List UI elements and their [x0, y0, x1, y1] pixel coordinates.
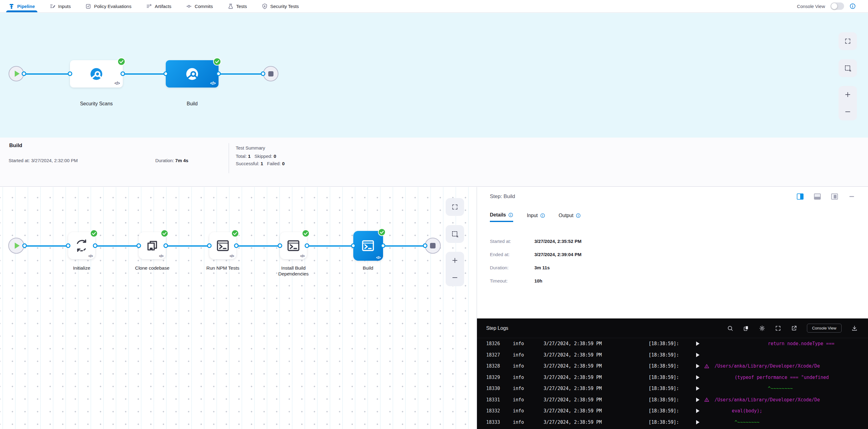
pipeline-execution-page: PipelineInputsPolicy EvaluationsArtifact…	[0, 0, 868, 429]
log-row-18326[interactable]: 18326 info 3/27/2024, 2:38:59 PM [18:38:…	[477, 338, 868, 349]
step-node-build[interactable]: </>	[353, 231, 383, 261]
canvas-marquee-button[interactable]	[446, 225, 464, 243]
step-node-install-build-dependencies[interactable]: </>	[280, 232, 307, 259]
nav-tab-tests[interactable]: Tests	[228, 0, 247, 12]
detail-label: Ended at:	[490, 252, 534, 257]
log-date: 3/27/2024, 2:38:59 PM	[544, 375, 649, 380]
step-node-clone-codebase[interactable]: </>	[139, 232, 166, 259]
log-line-number: 18330	[486, 386, 513, 391]
log-line-number: 18329	[486, 375, 513, 380]
connector-port	[305, 244, 309, 248]
detail-value: 3/27/2024, 2:35:52 PM	[534, 239, 581, 244]
nav-tab-pipeline[interactable]: Pipeline	[9, 0, 35, 12]
stage-node-security-scans[interactable]: </>	[70, 60, 123, 88]
log-row-18328[interactable]: 18328 info 3/27/2024, 2:38:59 PM [18:38:…	[477, 361, 868, 372]
nav-tab-security-tests[interactable]: Security Tests	[262, 0, 299, 12]
log-row-18332[interactable]: 18332 info 3/27/2024, 2:38:59 PM [18:38:…	[477, 405, 868, 417]
log-level: info	[513, 397, 544, 403]
stage-pipeline-canvas[interactable]: </>Security Scans </>Build	[0, 13, 868, 137]
layout-float-icon[interactable]	[831, 193, 838, 200]
layout-bottom-icon[interactable]	[814, 193, 821, 200]
log-expand-caret[interactable]	[696, 353, 704, 357]
step-pipeline-canvas[interactable]: </>Initialize </>Clone codebase </>Run N…	[0, 187, 477, 429]
log-message: /Users/anka/Library/Developer/Xcode/De	[715, 363, 820, 369]
summary-divider	[229, 143, 229, 173]
console-view-info-icon[interactable]	[849, 3, 856, 9]
tab-output[interactable]: Output	[559, 212, 581, 222]
canvas-fullscreen-button[interactable]	[446, 198, 464, 216]
layout-right-icon[interactable]	[797, 193, 804, 200]
log-expand-caret[interactable]	[696, 409, 704, 413]
warning-icon	[704, 364, 715, 368]
log-expand-caret[interactable]	[696, 420, 704, 424]
policy-icon	[85, 3, 91, 9]
log-row-18329[interactable]: 18329 info 3/27/2024, 2:38:59 PM [18:38:…	[477, 372, 868, 383]
log-expand-caret[interactable]	[696, 364, 704, 368]
log-row-18331[interactable]: 18331 info 3/27/2024, 2:38:59 PM [18:38:…	[477, 394, 868, 406]
nav-tab-commits[interactable]: Commits	[186, 0, 213, 12]
console-view-button[interactable]: Console View	[807, 324, 842, 333]
step-start-node[interactable]	[8, 238, 24, 254]
success-check-icon	[117, 57, 126, 66]
fullscreen-icon[interactable]	[775, 325, 781, 331]
canvas-zoom-out-button[interactable]	[446, 269, 464, 286]
nav-tab-artifacts[interactable]: Artifacts	[146, 0, 171, 12]
success-check-icon	[213, 57, 221, 66]
search-icon[interactable]	[727, 325, 733, 331]
connector-port	[68, 71, 72, 76]
copy-icon[interactable]	[743, 325, 749, 331]
settings-icon[interactable]	[759, 325, 765, 331]
console-view-label: Console View	[797, 4, 825, 9]
log-expand-caret[interactable]	[696, 386, 704, 391]
info-icon[interactable]	[508, 213, 513, 217]
test-summary-title: Test Summary	[236, 144, 284, 151]
nav-tab-label: Inputs	[58, 4, 71, 9]
success-check-icon	[90, 229, 98, 237]
external-link-icon[interactable]	[791, 325, 797, 331]
connector-port	[136, 244, 141, 248]
step-logs-tools: Console View	[727, 324, 858, 333]
nav-tab-inputs[interactable]: Inputs	[50, 0, 71, 12]
step-panel-layout-tools	[797, 193, 855, 200]
log-rows[interactable]: 18326 info 3/27/2024, 2:38:59 PM [18:38:…	[477, 338, 868, 429]
download-icon[interactable]	[851, 325, 858, 331]
code-glyph: </>	[376, 255, 380, 260]
canvas-marquee-button[interactable]	[839, 59, 857, 77]
log-time: [18:38:59]:	[649, 363, 696, 369]
log-time: [18:38:59]:	[649, 386, 696, 391]
artifacts-icon	[146, 3, 152, 9]
log-message: ^~~~~~~~~	[704, 386, 793, 391]
pipeline-end-node[interactable]	[263, 66, 278, 81]
step-logs-panel: Step Logs Console View 18326 info 3/27/2…	[477, 318, 868, 429]
nav-tab-policy-evaluations[interactable]: Policy Evaluations	[85, 0, 131, 12]
info-icon[interactable]	[540, 213, 545, 218]
log-message: ^~~~~~~~~	[704, 420, 760, 425]
tab-details[interactable]: Details	[490, 212, 513, 222]
console-view-toggle[interactable]	[831, 2, 844, 10]
test-summary-row-2: Successful: 1 Failed: 0	[236, 160, 284, 167]
code-glyph: </>	[300, 254, 305, 258]
info-icon[interactable]	[576, 213, 581, 218]
log-expand-caret[interactable]	[696, 398, 704, 402]
step-node-initialize[interactable]: </>	[68, 232, 95, 259]
log-row-18330[interactable]: 18330 info 3/27/2024, 2:38:59 PM [18:38:…	[477, 383, 868, 394]
log-line-number: 18328	[486, 363, 513, 369]
tab-label: Output	[559, 213, 574, 218]
step-node-run-npm-tests[interactable]: </>	[209, 232, 236, 259]
log-row-18333[interactable]: 18333 info 3/27/2024, 2:38:59 PM [18:38:…	[477, 417, 868, 428]
minimize-icon[interactable]	[848, 193, 855, 200]
log-row-18327[interactable]: 18327 info 3/27/2024, 2:38:59 PM [18:38:…	[477, 349, 868, 361]
connector-port	[207, 244, 212, 248]
canvas-zoom-out-button[interactable]	[839, 103, 857, 120]
log-expand-caret[interactable]	[696, 341, 704, 346]
stage-node-build[interactable]: </>	[166, 60, 219, 88]
canvas-zoom-in-button[interactable]	[839, 86, 857, 103]
canvas-fullscreen-button[interactable]	[839, 32, 857, 50]
connector-port	[121, 71, 125, 76]
success-check-icon	[231, 229, 239, 237]
detail-label: Timeout:	[490, 278, 534, 283]
log-expand-caret[interactable]	[696, 375, 704, 379]
tab-input[interactable]: Input	[527, 212, 545, 222]
canvas-zoom-in-button[interactable]	[446, 252, 464, 269]
summary-started-at: Started at: 3/27/2024, 2:32:00 PM	[9, 158, 78, 163]
